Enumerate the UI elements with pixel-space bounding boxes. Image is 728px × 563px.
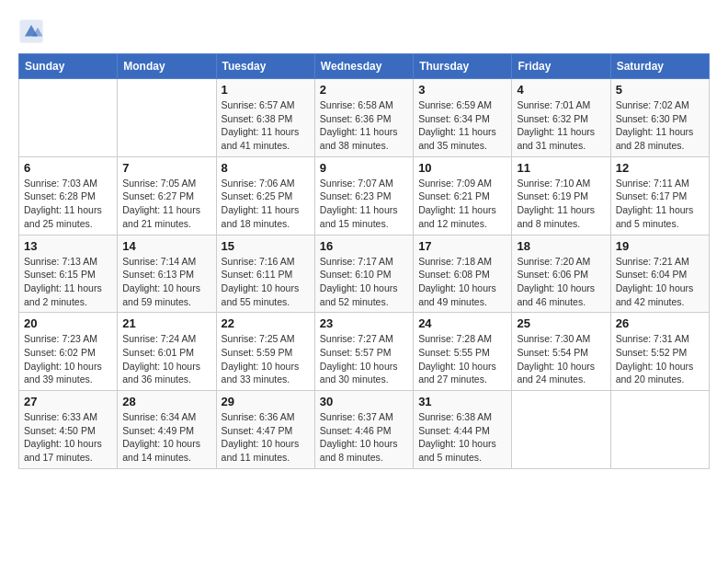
day-info: Sunrise: 7:17 AM Sunset: 6:10 PM Dayligh… (320, 255, 408, 309)
day-cell: 12Sunrise: 7:11 AM Sunset: 6:17 PM Dayli… (610, 156, 709, 235)
day-info: Sunrise: 7:07 AM Sunset: 6:23 PM Dayligh… (320, 177, 408, 231)
day-cell (118, 79, 216, 157)
day-number: 16 (320, 239, 408, 253)
day-info: Sunrise: 6:57 AM Sunset: 6:38 PM Dayligh… (222, 98, 310, 153)
day-cell: 31Sunrise: 6:38 AM Sunset: 4:44 PM Dayli… (414, 391, 512, 469)
week-row-1: 1Sunrise: 6:57 AM Sunset: 6:38 PM Daylig… (19, 79, 710, 157)
day-cell: 13Sunrise: 7:13 AM Sunset: 6:15 PM Dayli… (19, 235, 118, 313)
day-cell (610, 391, 709, 469)
day-number: 9 (320, 161, 408, 175)
day-cell: 10Sunrise: 7:09 AM Sunset: 6:21 PM Dayli… (414, 156, 512, 235)
day-info: Sunrise: 7:03 AM Sunset: 6:28 PM Dayligh… (24, 177, 112, 231)
day-header-monday: Monday (118, 54, 216, 79)
day-number: 26 (616, 316, 704, 330)
day-cell: 11Sunrise: 7:10 AM Sunset: 6:19 PM Dayli… (512, 156, 610, 235)
week-row-3: 13Sunrise: 7:13 AM Sunset: 6:15 PM Dayli… (19, 235, 710, 313)
day-cell: 5Sunrise: 7:02 AM Sunset: 6:30 PM Daylig… (610, 79, 709, 157)
day-number: 13 (24, 239, 112, 253)
day-info: Sunrise: 7:13 AM Sunset: 6:15 PM Dayligh… (24, 255, 112, 309)
header-row: SundayMondayTuesdayWednesdayThursdayFrid… (19, 54, 710, 79)
day-cell: 24Sunrise: 7:28 AM Sunset: 5:55 PM Dayli… (414, 313, 512, 391)
day-info: Sunrise: 7:01 AM Sunset: 6:32 PM Dayligh… (517, 98, 605, 153)
day-number: 19 (616, 239, 704, 253)
day-cell: 16Sunrise: 7:17 AM Sunset: 6:10 PM Dayli… (314, 235, 413, 313)
week-row-4: 20Sunrise: 7:23 AM Sunset: 6:02 PM Dayli… (19, 313, 710, 391)
day-cell: 3Sunrise: 6:59 AM Sunset: 6:34 PM Daylig… (414, 79, 512, 157)
day-cell: 26Sunrise: 7:31 AM Sunset: 5:52 PM Dayli… (610, 313, 709, 391)
day-number: 6 (24, 161, 112, 175)
day-number: 18 (517, 239, 605, 253)
week-row-2: 6Sunrise: 7:03 AM Sunset: 6:28 PM Daylig… (19, 156, 710, 235)
day-number: 3 (418, 83, 506, 97)
calendar-body: 1Sunrise: 6:57 AM Sunset: 6:38 PM Daylig… (19, 79, 710, 469)
day-number: 31 (418, 395, 506, 408)
day-info: Sunrise: 7:02 AM Sunset: 6:30 PM Dayligh… (616, 98, 704, 153)
day-cell: 6Sunrise: 7:03 AM Sunset: 6:28 PM Daylig… (19, 156, 118, 235)
day-cell: 14Sunrise: 7:14 AM Sunset: 6:13 PM Dayli… (118, 235, 216, 313)
day-number: 17 (418, 239, 506, 253)
day-cell: 29Sunrise: 6:36 AM Sunset: 4:47 PM Dayli… (216, 391, 314, 469)
day-cell (512, 391, 610, 469)
day-cell: 17Sunrise: 7:18 AM Sunset: 6:08 PM Dayli… (414, 235, 512, 313)
day-info: Sunrise: 7:25 AM Sunset: 5:59 PM Dayligh… (222, 332, 310, 386)
day-number: 14 (122, 239, 210, 253)
day-info: Sunrise: 7:27 AM Sunset: 5:57 PM Dayligh… (320, 332, 408, 386)
day-number: 21 (122, 316, 210, 330)
day-header-thursday: Thursday (414, 54, 512, 79)
day-info: Sunrise: 7:06 AM Sunset: 6:25 PM Dayligh… (222, 177, 310, 231)
day-cell: 25Sunrise: 7:30 AM Sunset: 5:54 PM Dayli… (512, 313, 610, 391)
logo (18, 18, 48, 44)
day-cell: 21Sunrise: 7:24 AM Sunset: 6:01 PM Dayli… (118, 313, 216, 391)
day-info: Sunrise: 7:24 AM Sunset: 6:01 PM Dayligh… (122, 332, 210, 386)
day-info: Sunrise: 7:20 AM Sunset: 6:06 PM Dayligh… (517, 255, 605, 309)
page-header (18, 18, 710, 44)
day-number: 28 (122, 395, 210, 408)
day-cell: 28Sunrise: 6:34 AM Sunset: 4:49 PM Dayli… (118, 391, 216, 469)
day-info: Sunrise: 7:28 AM Sunset: 5:55 PM Dayligh… (418, 332, 506, 386)
day-cell: 2Sunrise: 6:58 AM Sunset: 6:36 PM Daylig… (314, 79, 413, 157)
day-header-friday: Friday (512, 54, 610, 79)
day-cell: 23Sunrise: 7:27 AM Sunset: 5:57 PM Dayli… (314, 313, 413, 391)
day-cell: 7Sunrise: 7:05 AM Sunset: 6:27 PM Daylig… (118, 156, 216, 235)
day-info: Sunrise: 7:31 AM Sunset: 5:52 PM Dayligh… (616, 332, 704, 386)
day-number: 27 (24, 395, 112, 408)
day-cell (19, 79, 118, 157)
day-info: Sunrise: 6:58 AM Sunset: 6:36 PM Dayligh… (320, 98, 408, 153)
day-cell: 19Sunrise: 7:21 AM Sunset: 6:04 PM Dayli… (610, 235, 709, 313)
day-info: Sunrise: 6:33 AM Sunset: 4:50 PM Dayligh… (24, 410, 112, 465)
day-cell: 30Sunrise: 6:37 AM Sunset: 4:46 PM Dayli… (314, 391, 413, 469)
week-row-5: 27Sunrise: 6:33 AM Sunset: 4:50 PM Dayli… (19, 391, 710, 469)
day-cell: 15Sunrise: 7:16 AM Sunset: 6:11 PM Dayli… (216, 235, 314, 313)
day-info: Sunrise: 7:14 AM Sunset: 6:13 PM Dayligh… (122, 255, 210, 309)
day-number: 25 (517, 316, 605, 330)
day-info: Sunrise: 7:16 AM Sunset: 6:11 PM Dayligh… (222, 255, 310, 309)
day-cell: 4Sunrise: 7:01 AM Sunset: 6:32 PM Daylig… (512, 79, 610, 157)
day-number: 8 (222, 161, 310, 175)
day-info: Sunrise: 7:23 AM Sunset: 6:02 PM Dayligh… (24, 332, 112, 386)
day-info: Sunrise: 6:59 AM Sunset: 6:34 PM Dayligh… (418, 98, 506, 153)
day-number: 29 (222, 395, 310, 408)
calendar-table: SundayMondayTuesdayWednesdayThursdayFrid… (18, 53, 710, 469)
day-number: 1 (222, 83, 310, 97)
day-number: 7 (122, 161, 210, 175)
day-info: Sunrise: 7:21 AM Sunset: 6:04 PM Dayligh… (616, 255, 704, 309)
day-info: Sunrise: 7:18 AM Sunset: 6:08 PM Dayligh… (418, 255, 506, 309)
day-info: Sunrise: 6:36 AM Sunset: 4:47 PM Dayligh… (222, 410, 310, 465)
day-info: Sunrise: 7:10 AM Sunset: 6:19 PM Dayligh… (517, 177, 605, 231)
day-number: 24 (418, 316, 506, 330)
day-cell: 18Sunrise: 7:20 AM Sunset: 6:06 PM Dayli… (512, 235, 610, 313)
day-info: Sunrise: 7:05 AM Sunset: 6:27 PM Dayligh… (122, 177, 210, 231)
day-number: 15 (222, 239, 310, 253)
calendar-header: SundayMondayTuesdayWednesdayThursdayFrid… (19, 54, 710, 79)
day-header-wednesday: Wednesday (314, 54, 413, 79)
day-header-saturday: Saturday (610, 54, 709, 79)
day-info: Sunrise: 7:09 AM Sunset: 6:21 PM Dayligh… (418, 177, 506, 231)
day-info: Sunrise: 7:30 AM Sunset: 5:54 PM Dayligh… (517, 332, 605, 386)
day-cell: 9Sunrise: 7:07 AM Sunset: 6:23 PM Daylig… (314, 156, 413, 235)
day-number: 10 (418, 161, 506, 175)
day-number: 2 (320, 83, 408, 97)
day-info: Sunrise: 6:38 AM Sunset: 4:44 PM Dayligh… (418, 410, 506, 465)
day-number: 20 (24, 316, 112, 330)
day-number: 5 (616, 83, 704, 97)
day-number: 30 (320, 395, 408, 408)
